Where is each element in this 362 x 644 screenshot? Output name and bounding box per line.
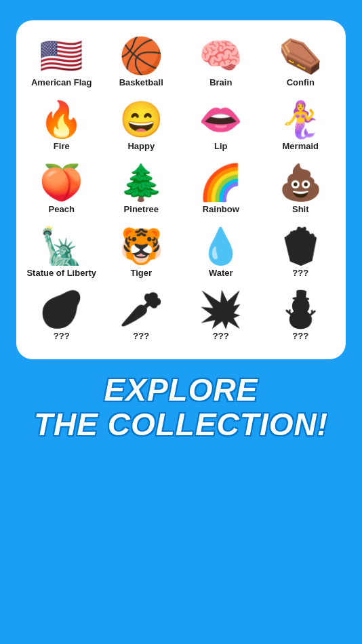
poop-label: Shit <box>292 204 309 215</box>
list-item[interactable]: 🔥 Fire <box>23 98 100 156</box>
tiger-emoji: 🐯 <box>119 228 163 264</box>
happy-label: Happy <box>127 141 155 152</box>
list-item[interactable]: 🍿 ??? <box>262 224 340 283</box>
rainbow-emoji: 🌈 <box>199 165 243 200</box>
list-item[interactable]: 🧠 Brain <box>182 34 260 92</box>
list-item[interactable]: 💧 Water <box>182 224 260 283</box>
list-item[interactable]: 💩 Shit <box>262 161 340 219</box>
list-item[interactable]: ⛄ ??? <box>262 287 340 346</box>
lip-emoji: 👄 <box>199 102 243 137</box>
brain-emoji: 🧠 <box>199 38 243 73</box>
list-item[interactable]: 🐯 Tiger <box>103 224 180 283</box>
emoji-grid: 🇺🇸 American Flag 🏀 Basketball 🧠 Brain ⚰️… <box>23 34 339 346</box>
list-item[interactable]: ⚰️ Confin <box>262 34 340 92</box>
pinetree-emoji: 🌲 <box>119 165 163 200</box>
fire-label: Fire <box>54 141 70 152</box>
unknown-carrot-emoji: 🥕 <box>119 291 163 327</box>
happy-emoji: 😄 <box>119 102 163 137</box>
unknown-5-label: ??? <box>292 331 308 342</box>
coffin-label: Confin <box>287 77 315 88</box>
explore-text: EXPLORE THE COLLECTION! <box>20 373 342 441</box>
tiger-label: Tiger <box>130 268 152 279</box>
list-item[interactable]: 💥 ??? <box>182 287 260 346</box>
list-item[interactable]: 🗽 Statue of Liberty <box>23 224 100 283</box>
unknown-explosion-emoji: 💥 <box>199 291 243 327</box>
unknown-avocado-emoji: 🥑 <box>39 291 83 327</box>
explore-line1: EXPLORE <box>34 373 328 407</box>
explore-line2: THE COLLECTION! <box>34 407 328 442</box>
coffin-emoji: ⚰️ <box>279 38 323 73</box>
basketball-emoji: 🏀 <box>119 38 163 73</box>
statue-emoji: 🗽 <box>39 228 83 264</box>
water-emoji: 💧 <box>199 228 243 264</box>
unknown-popcorn-emoji: 🍿 <box>279 228 323 264</box>
american-flag-label: American Flag <box>31 77 92 88</box>
emoji-collection-card: 🇺🇸 American Flag 🏀 Basketball 🧠 Brain ⚰️… <box>16 20 346 359</box>
unknown-2-label: ??? <box>54 331 70 342</box>
list-item[interactable]: 🌈 Rainbow <box>182 161 260 219</box>
unknown-3-label: ??? <box>133 331 149 342</box>
list-item[interactable]: 🥑 ??? <box>23 287 100 346</box>
list-item[interactable]: 🏀 Basketball <box>103 34 180 92</box>
water-label: Water <box>209 268 233 279</box>
unknown-snowman-emoji: ⛄ <box>279 291 323 327</box>
unknown-1-label: ??? <box>292 268 308 279</box>
mermaid-emoji: 🧜‍♀️ <box>279 102 323 137</box>
list-item[interactable]: 😄 Happy <box>103 98 180 156</box>
lip-label: Lip <box>214 141 228 152</box>
mermaid-label: Mermaid <box>283 141 319 152</box>
list-item[interactable]: 🇺🇸 American Flag <box>23 34 100 92</box>
statue-label: Statue of Liberty <box>26 268 96 279</box>
basketball-label: Basketball <box>119 77 163 88</box>
fire-emoji: 🔥 <box>39 102 83 137</box>
list-item[interactable]: 🌲 Pinetree <box>103 161 180 219</box>
pinetree-label: Pinetree <box>124 204 159 215</box>
unknown-4-label: ??? <box>213 331 229 342</box>
american-flag-emoji: 🇺🇸 <box>39 38 83 73</box>
peach-label: Peach <box>49 204 75 215</box>
rainbow-label: Rainbow <box>203 204 239 215</box>
list-item[interactable]: 🧜‍♀️ Mermaid <box>262 98 340 156</box>
list-item[interactable]: 👄 Lip <box>182 98 260 156</box>
brain-label: Brain <box>209 77 232 88</box>
list-item[interactable]: 🍑 Peach <box>23 161 100 219</box>
poop-emoji: 💩 <box>279 165 323 200</box>
peach-emoji: 🍑 <box>39 165 83 200</box>
list-item[interactable]: 🥕 ??? <box>103 287 180 346</box>
